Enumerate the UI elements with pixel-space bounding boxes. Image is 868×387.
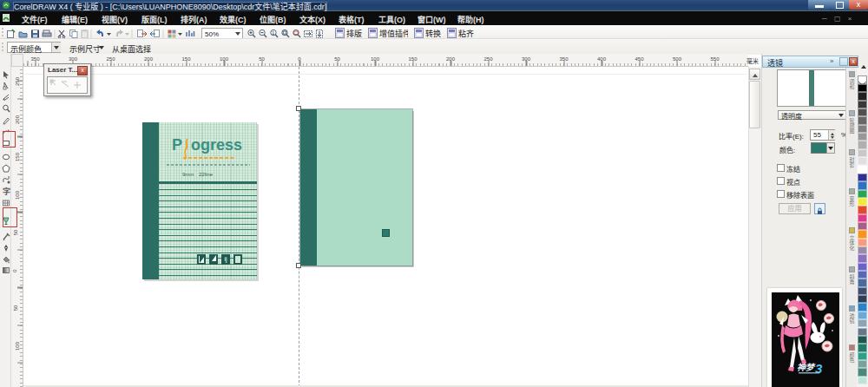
svg-text:粘齐: 粘齐 — [458, 29, 474, 38]
svg-text:字: 字 — [3, 187, 10, 195]
svg-text:50%: 50% — [205, 30, 219, 38]
svg-text:神梦: 神梦 — [797, 363, 816, 372]
svg-text:增值插件: 增值插件 — [379, 29, 408, 38]
svg-text:排版: 排版 — [346, 29, 362, 38]
svg-text:转换: 转换 — [425, 29, 441, 38]
